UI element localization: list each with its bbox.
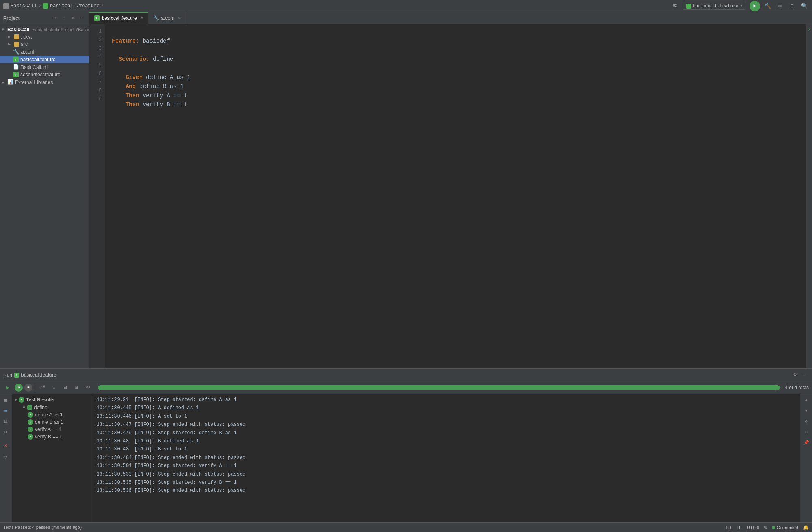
- secondtest-label: secondtest.feature: [20, 72, 60, 77]
- test-group-define[interactable]: ▼ ✓ define: [12, 404, 93, 411]
- sidebar-header-icons: ⊕ ↕ ⚙ ≡: [52, 15, 86, 22]
- tree-item-idea[interactable]: ▶ .idea: [0, 33, 89, 41]
- list-view-btn[interactable]: ≡: [2, 406, 11, 415]
- tree-item-basiccall[interactable]: F basiccall.feature: [0, 56, 89, 63]
- tree-item-aconf[interactable]: 🔧 a.conf: [0, 48, 89, 56]
- test-item-define-a[interactable]: ✓ define A as 1: [12, 411, 93, 418]
- layout-icon-btn[interactable]: ⊞: [788, 2, 797, 11]
- rerun-btn[interactable]: ↺: [2, 427, 11, 436]
- main-area: Project ⊕ ↕ ⚙ ≡ ▼ BasicCall ~/Intact-stu…: [0, 12, 812, 368]
- sidebar-scope-btn[interactable]: ⊕: [52, 15, 59, 22]
- root-name: BasicCall: [7, 27, 29, 32]
- sidebar-header: Project ⊕ ↕ ⚙ ≡: [0, 12, 89, 24]
- bottom-panel-body: ◼ ≡ ⊟ ↺ ✕ ? ▼ ✓ Test Results ▼ ✓ define: [0, 394, 812, 522]
- verify-b-ok-badge: ✓: [28, 434, 33, 440]
- tab-aconf-close[interactable]: ✕: [178, 15, 181, 21]
- bottom-panel-header: Run F basiccall.feature ⚙ —: [0, 369, 812, 381]
- run-config-selector[interactable]: basiccall.feature ▾: [683, 2, 746, 10]
- line-num-9: 9: [92, 95, 102, 103]
- tab-basiccall-close[interactable]: ✕: [141, 15, 144, 21]
- title-bar: BasicCall › basiccall.feature › ⑆ basicc…: [0, 0, 812, 12]
- aconf-label: a.conf: [21, 49, 34, 55]
- tab-basiccall-feature[interactable]: F basiccall.feature ✕: [89, 12, 148, 24]
- sort-alpha-btn[interactable]: ↕A: [38, 383, 47, 393]
- code-content[interactable]: Feature: basicdef Scenario: define Given…: [105, 24, 806, 368]
- tab-conf-icon: 🔧: [153, 15, 159, 21]
- tree-item-src[interactable]: ▶ src: [0, 41, 89, 48]
- conf-file-icon: 🔧: [13, 49, 19, 55]
- more-actions-btn[interactable]: >>: [83, 383, 93, 393]
- error-btn[interactable]: ✕: [2, 441, 11, 450]
- define-ok-badge: ✓: [27, 405, 32, 410]
- tree-item-extlibs[interactable]: ▶ 📊 External Libraries: [0, 78, 89, 86]
- title-file-arrow: ›: [101, 4, 103, 8]
- tree-item-root[interactable]: ▼ BasicCall ~/Intact-studioProjects/Basi…: [0, 26, 89, 33]
- right-layout-btn[interactable]: ⊟: [802, 427, 811, 436]
- define-a-label: define A as 1: [35, 412, 63, 418]
- expand-all-btn[interactable]: ⊞: [60, 383, 70, 393]
- panel-close-btn[interactable]: —: [801, 371, 809, 379]
- log-line: 13:11:30.484 [INFO]: Step ended with sta…: [97, 454, 797, 462]
- code-scenario-value: define: [149, 56, 173, 62]
- title-bar-left: BasicCall › basiccall.feature ›: [3, 3, 670, 9]
- search-icon-btn[interactable]: 🔍: [800, 2, 809, 11]
- line-numbers: 1 2 3 4 5 6 7 8 9: [89, 24, 105, 368]
- collapse-all-btn[interactable]: ⊟: [72, 383, 82, 393]
- code-editor[interactable]: 1 2 3 4 5 6 7 8 9 Feature: basicdef Scen…: [89, 24, 806, 368]
- tree-item-iml[interactable]: 📄 BasicCall.iml: [0, 63, 89, 71]
- build-icon-btn[interactable]: 🔨: [763, 2, 772, 11]
- title-file-name: basiccall.feature: [50, 3, 99, 9]
- src-arrow: ▶: [8, 42, 12, 47]
- run-button[interactable]: ▶: [750, 1, 760, 11]
- log-line: 13:11:30.447 [INFO]: Step ended with sta…: [97, 420, 797, 429]
- idea-arrow: ▶: [8, 34, 12, 39]
- hierarchy-btn[interactable]: ⊟: [2, 417, 11, 426]
- notification-icon[interactable]: 🔔: [803, 525, 809, 530]
- sidebar-gear-btn[interactable]: ≡: [78, 15, 86, 22]
- tree-item-secondtest[interactable]: F secondtest.feature: [0, 71, 89, 78]
- code-then-2-value: verify B == 1: [139, 101, 187, 108]
- stop-square-btn[interactable]: ◼: [2, 396, 11, 405]
- idea-folder-icon: [14, 34, 19, 39]
- project-square-icon: [3, 3, 9, 9]
- sidebar-sort-btn[interactable]: ↕: [60, 15, 68, 22]
- code-and-value: define B as 1: [136, 83, 184, 90]
- settings-icon-btn[interactable]: ⚙: [775, 2, 784, 11]
- question-btn[interactable]: ?: [2, 453, 11, 462]
- line-num-3: 3: [92, 45, 102, 53]
- code-then-1-value: verify A == 1: [139, 92, 187, 99]
- scroll-down-btn[interactable]: ▼: [802, 406, 811, 415]
- scroll-to-end-btn[interactable]: ⇓: [49, 383, 59, 393]
- scroll-up-btn[interactable]: ▲: [802, 396, 811, 405]
- define-b-label: define B as 1: [35, 419, 63, 425]
- connected-dot: [772, 526, 775, 529]
- sidebar-settings-btn[interactable]: ⚙: [69, 15, 77, 22]
- status-bar-left: Tests Passed: 4 passed (moments ago): [3, 525, 721, 530]
- log-line: 13:11:30.48 [INFO]: B defined as 1: [97, 437, 797, 445]
- test-item-define-b[interactable]: ✓ define B as 1: [12, 418, 93, 426]
- log-line: 13:11:30.535 [INFO]: Step started: verif…: [97, 478, 797, 487]
- vcs-icon-btn[interactable]: ⑆: [670, 2, 679, 11]
- editor-checkmark-icon: ✓: [808, 26, 811, 33]
- connection-status: Connected: [772, 525, 798, 530]
- extlibs-icon: 📊: [7, 79, 13, 85]
- panel-settings-btn[interactable]: ⚙: [791, 371, 799, 379]
- code-feature-value: basicdef: [139, 38, 170, 44]
- log-line: 13:11:30.533 [INFO]: Step ended with sta…: [97, 470, 797, 478]
- keyword-then-1: Then: [126, 92, 140, 99]
- stop-btn[interactable]: ◼: [24, 384, 32, 392]
- keyword-and: And: [126, 83, 136, 90]
- run-again-btn[interactable]: ▶: [3, 383, 13, 393]
- editor-area: F basiccall.feature ✕ 🔧 a.conf ✕ 1 2 3 4…: [89, 12, 812, 368]
- right-settings-btn[interactable]: ⚙: [802, 417, 811, 426]
- keyword-scenario: Scenario:: [119, 56, 150, 62]
- right-pin-btn[interactable]: 📌: [802, 438, 811, 447]
- test-item-verify-b[interactable]: ✓ verify B == 1: [12, 433, 93, 440]
- right-toolbar: ▲ ▼ ⚙ ⊟ 📌: [800, 394, 812, 522]
- sidebar-header-title: Project: [3, 15, 52, 21]
- tab-aconf[interactable]: 🔧 a.conf ✕: [148, 12, 186, 24]
- iml-file-icon: 📄: [13, 64, 19, 70]
- test-item-verify-a[interactable]: ✓ verify A == 1: [12, 426, 93, 433]
- bottom-panel: Run F basiccall.feature ⚙ — ▶ OK ◼ ↕A ⇓ …: [0, 368, 812, 522]
- log-panel: 13:11:29.91 [INFO]: Step started: define…: [93, 394, 800, 522]
